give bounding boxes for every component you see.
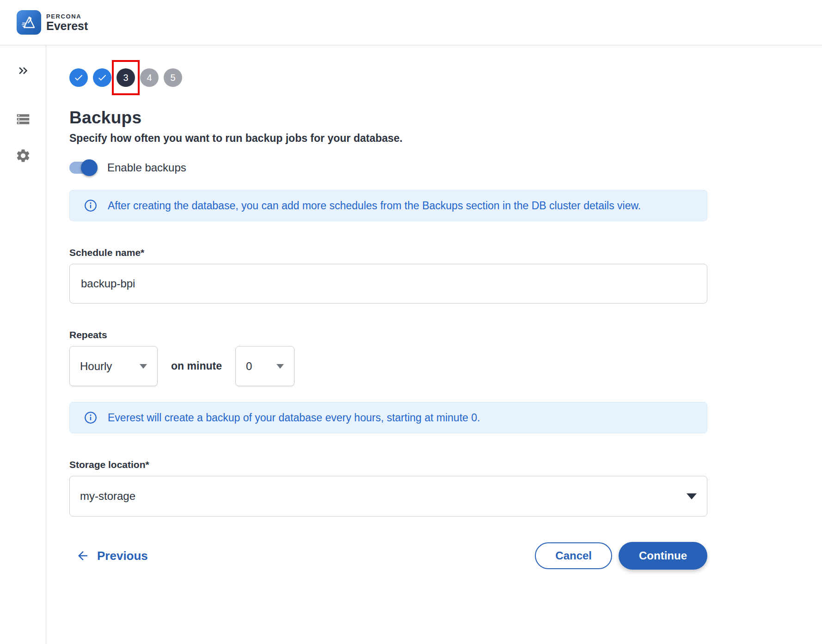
enable-backups-row: Enable backups xyxy=(69,161,707,174)
step-1-completed[interactable] xyxy=(69,68,88,87)
previous-button[interactable]: Previous xyxy=(76,549,148,563)
enable-backups-toggle[interactable] xyxy=(69,162,96,174)
wizard-main: 3 4 5 Backups Specify how often you want… xyxy=(46,45,822,644)
schedule-name-input[interactable] xyxy=(69,264,707,304)
sidebar xyxy=(0,45,46,644)
info-banner-schedules: After creating the database, you can add… xyxy=(69,190,707,221)
brand-percona: PERCONA xyxy=(46,13,88,19)
check-icon xyxy=(74,73,84,83)
frequency-value: Hourly xyxy=(80,360,112,373)
step-4[interactable]: 4 xyxy=(140,68,159,87)
settings-gear-icon xyxy=(15,148,31,164)
mountain-logo-icon xyxy=(21,14,37,31)
arrow-left-icon xyxy=(76,549,90,563)
minute-select[interactable]: 0 xyxy=(235,346,294,386)
check-icon xyxy=(97,73,107,83)
app-header: PERCONA Everest xyxy=(0,0,822,45)
expand-sidebar-button[interactable] xyxy=(16,64,30,78)
percona-everest-logo xyxy=(17,10,41,35)
repeats-label: Repeats xyxy=(69,329,707,340)
wizard-footer: Previous Cancel Continue xyxy=(69,542,707,570)
chevron-down-icon xyxy=(140,364,147,369)
step-5[interactable]: 5 xyxy=(164,68,182,87)
info-icon xyxy=(84,411,98,425)
storage-location-value: my-storage xyxy=(80,490,135,503)
brand-wordmark: PERCONA Everest xyxy=(46,13,88,32)
page-subtitle: Specify how often you want to run backup… xyxy=(69,132,707,145)
info-banner-text: Everest will create a backup of your dat… xyxy=(108,412,480,424)
step-3-active[interactable]: 3 xyxy=(117,68,135,87)
info-banner-backup-frequency: Everest will create a backup of your dat… xyxy=(69,402,707,433)
continue-button[interactable]: Continue xyxy=(619,542,707,570)
info-banner-text: After creating the database, you can add… xyxy=(108,200,641,212)
wizard-stepper: 3 4 5 xyxy=(69,68,707,87)
brand-everest: Everest xyxy=(46,20,88,32)
sidebar-item-settings[interactable] xyxy=(15,148,31,164)
page-title: Backups xyxy=(69,108,707,128)
repeats-row: Hourly on minute 0 xyxy=(69,346,707,386)
storage-location-select[interactable]: my-storage xyxy=(69,476,707,516)
previous-label: Previous xyxy=(97,549,148,563)
schedule-name-label: Schedule name* xyxy=(69,247,707,258)
storage-location-label: Storage location* xyxy=(69,459,707,470)
chevron-down-icon xyxy=(687,493,697,499)
sidebar-item-databases[interactable] xyxy=(16,112,31,127)
enable-backups-label: Enable backups xyxy=(107,161,186,174)
double-chevron-right-icon xyxy=(16,64,30,78)
info-icon xyxy=(84,199,98,213)
step-2-completed[interactable] xyxy=(93,68,111,87)
frequency-select[interactable]: Hourly xyxy=(69,346,158,386)
cancel-button[interactable]: Cancel xyxy=(535,542,612,569)
databases-icon xyxy=(16,112,31,127)
toggle-thumb xyxy=(81,159,98,176)
chevron-down-icon xyxy=(276,364,284,369)
minute-value: 0 xyxy=(246,360,252,373)
on-minute-label: on minute xyxy=(169,360,224,372)
